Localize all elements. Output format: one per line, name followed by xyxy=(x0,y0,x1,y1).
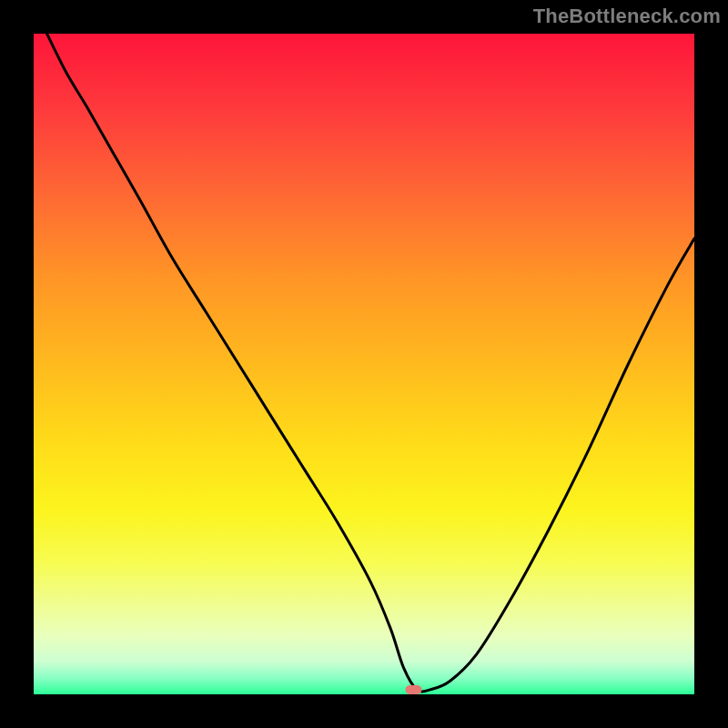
watermark-text: TheBottleneck.com xyxy=(533,5,721,28)
chart-frame: TheBottleneck.com xyxy=(0,0,728,728)
plot-gradient-area xyxy=(34,34,694,694)
